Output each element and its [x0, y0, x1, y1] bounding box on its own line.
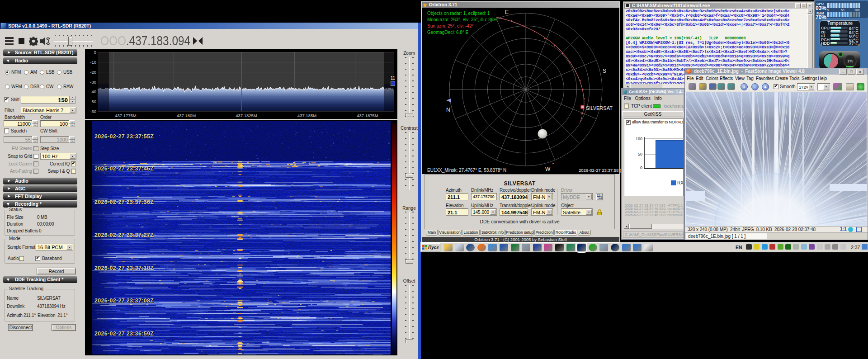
svg-text:SILVERSAT: SILVERSAT [586, 105, 613, 111]
svg-text:N: N [446, 107, 450, 113]
svg-text:S: S [603, 68, 606, 74]
svg-text:E: E [505, 9, 509, 15]
svg-text:W: W [545, 166, 551, 172]
